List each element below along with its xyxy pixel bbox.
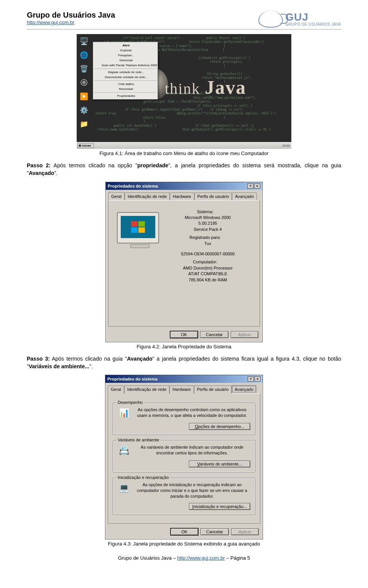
tab-avancado[interactable]: Avançado xyxy=(232,193,257,201)
logo-text-small: GRUPO DE USUÁRIOS JAVA xyxy=(285,23,341,27)
header-title: Grupo de Usuários Java xyxy=(27,11,115,20)
coffee-cup-icon xyxy=(258,11,283,28)
ok-button[interactable]: OK xyxy=(170,331,198,338)
figure-4-3-caption: Figura 4.3: Janela propriedade do Sistem… xyxy=(27,541,341,547)
ctx-item[interactable]: Pesquisar... xyxy=(93,53,158,58)
tab-hardware[interactable]: Hardware xyxy=(169,385,194,394)
figure-4-3-dialog: Propriedades do sistema ? × Geral Identi… xyxy=(105,375,263,539)
cancel-button[interactable]: Cancelar xyxy=(200,528,229,535)
system-info: Sistema: Microsoft Windows 2000 5.00.219… xyxy=(176,207,235,283)
env-vars-icon: 📇 xyxy=(118,444,130,457)
page-footer: Grupo de Usuários Java – http://www.guj.… xyxy=(27,555,341,561)
titlebar-close-button[interactable]: × xyxy=(255,376,261,382)
titlebar-help-button[interactable]: ? xyxy=(247,183,253,189)
ctx-item[interactable]: Scan with Panda Titanium Antivirus 2005 xyxy=(93,63,158,68)
ctx-item[interactable]: Renomear xyxy=(93,87,158,91)
desktop-icon-media[interactable]: ▶️ xyxy=(78,91,90,102)
tab-hardware[interactable]: Hardware xyxy=(170,193,194,201)
figure-4-2-caption: Figura 4.2: Janela Propriedade do Sistem… xyxy=(27,344,341,350)
tab-avancado[interactable]: Avançado xyxy=(232,385,256,393)
ctx-item[interactable]: Propriedades xyxy=(93,93,158,98)
ctx-item[interactable]: Criar atalho xyxy=(93,82,158,87)
windows-icon: ⊞ xyxy=(79,144,81,147)
desktop-icon-recyclebin[interactable]: 🗑️ xyxy=(78,63,90,75)
tab-perfis[interactable]: Perfis de usuário xyxy=(194,193,232,201)
desktop-icon-network[interactable]: 🌐 xyxy=(78,49,90,61)
header-url-link[interactable]: http://www.guj.com.br xyxy=(27,20,74,25)
desktop-icon-folder[interactable]: 📁 xyxy=(78,118,90,130)
startup-recovery-button[interactable]: Inicialização e recuperação... xyxy=(189,503,250,510)
tab-geral[interactable]: Geral xyxy=(108,385,124,394)
desktop-icon-ie[interactable]: ⓔ xyxy=(78,77,90,88)
cancel-button[interactable]: Cancelar xyxy=(200,331,228,338)
ctx-item[interactable]: Desconectar unidade de rede... xyxy=(93,75,158,80)
group-desempenho: Desempenho 📊 As opções de desempenho con… xyxy=(113,403,255,435)
page-header: Grupo de Usuários Java http://www.guj.co… xyxy=(27,11,341,29)
dialog-title: Propriedades do sistema xyxy=(108,184,158,188)
performance-options-button[interactable]: Opções de desempenho... xyxy=(189,423,250,430)
tab-identificacao[interactable]: Identificação de rede xyxy=(124,385,169,394)
passo-2-paragraph: Passo 2: Após termos clicado na opção "p… xyxy=(27,162,341,177)
taskbar: ⊞ Iniciar 15:00 xyxy=(77,142,291,149)
group-variaveis: Variáveis de ambiente 📇 As variáveis de … xyxy=(113,440,255,472)
titlebar-close-button[interactable]: × xyxy=(254,183,260,189)
passo-3-paragraph: Passo 3: Após termos clicado na guia "Av… xyxy=(27,355,341,371)
tab-identificacao[interactable]: Identificação de rede xyxy=(125,193,170,201)
figure-4-1-screenshot: if("invalid null input! value"+ public O… xyxy=(77,34,291,149)
ok-button[interactable]: OK xyxy=(171,528,198,535)
env-vars-button[interactable]: Variáveis de ambiente... xyxy=(189,461,250,467)
ctx-item[interactable]: Abrir xyxy=(93,43,158,48)
context-menu: Abrir Explorar Pesquisar... Gerenciar Sc… xyxy=(93,42,158,100)
logo-text-big: GUJ xyxy=(285,11,341,23)
monitor-icon xyxy=(117,212,163,250)
ctx-item[interactable]: Mapear unidade de rede... xyxy=(93,70,158,75)
group-inicializacao: Inicialização e recuperação 💻 As opções … xyxy=(113,478,255,515)
desktop-icon-mycomputer[interactable]: 🖥️ xyxy=(78,36,90,47)
performance-icon: 📊 xyxy=(118,407,130,419)
tab-geral[interactable]: Geral xyxy=(108,192,125,200)
desktop-icon-control[interactable]: ⚙️ xyxy=(78,105,90,116)
guj-logo: GUJ GRUPO DE USUÁRIOS JAVA xyxy=(258,11,341,28)
dialog-title: Propriedades do sistema xyxy=(107,377,158,381)
titlebar-help-button[interactable]: ? xyxy=(248,376,254,382)
wallpaper-text: think Java xyxy=(165,76,246,98)
apply-button[interactable]: Aplicar xyxy=(231,331,258,338)
startup-recovery-icon: 💻 xyxy=(118,482,130,494)
figure-4-2-dialog: Propriedades do sistema ? × Geral Identi… xyxy=(105,182,263,342)
tab-perfis[interactable]: Perfis de usuário xyxy=(194,385,232,394)
apply-button[interactable]: Aplicar xyxy=(231,528,259,535)
footer-url-link[interactable]: http://www.guj.com.br xyxy=(177,555,225,561)
ctx-item[interactable]: Gerenciar xyxy=(93,58,158,63)
figure-4-1-caption: Figura 4.1: Área de trabalho com Menu de… xyxy=(27,150,341,156)
start-button[interactable]: ⊞ Iniciar xyxy=(77,143,94,148)
ctx-item[interactable]: Explorar xyxy=(93,48,158,53)
taskbar-clock: 15:00 xyxy=(281,144,291,147)
